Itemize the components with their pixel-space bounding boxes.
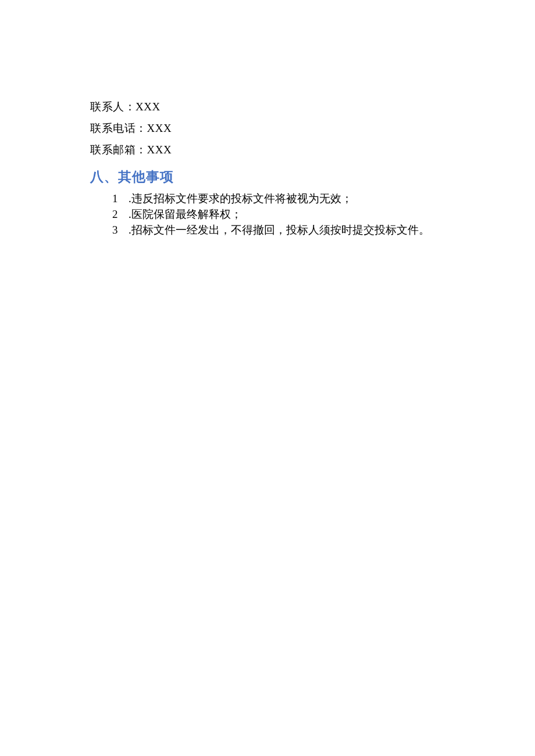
list-item: 2 .医院保留最终解释权； [112,206,459,222]
contact-email: 联系邮箱：XXX [90,139,459,160]
contact-phone-label: 联系电话： [90,122,147,134]
list-item-number: 1 [112,191,129,206]
contact-phone-value: XXX [147,122,172,134]
list-item: 1 .违反招标文件要求的投标文件将被视为无效； [112,191,459,206]
other-matters-list: 1 .违反招标文件要求的投标文件将被视为无效； 2 .医院保留最终解释权； 3 … [90,191,459,238]
list-item-text: .违反招标文件要求的投标文件将被视为无效； [129,191,459,206]
list-item-text: .招标文件一经发出，不得撤回，投标人须按时提交投标文件。 [129,222,459,238]
contact-email-label: 联系邮箱： [90,144,147,156]
section-heading-other-matters: 八、其他事项 [90,168,459,186]
contact-email-value: XXX [147,144,172,156]
contact-person-label: 联系人： [90,101,135,113]
list-item: 3 .招标文件一经发出，不得撤回，投标人须按时提交投标文件。 [112,222,459,238]
list-item-number: 2 [112,206,129,222]
list-item-text: .医院保留最终解释权； [129,206,459,222]
contact-person: 联系人：XXX [90,96,459,117]
list-item-number: 3 [112,222,129,238]
contact-phone: 联系电话：XXX [90,117,459,139]
contact-person-value: XXX [135,101,160,113]
